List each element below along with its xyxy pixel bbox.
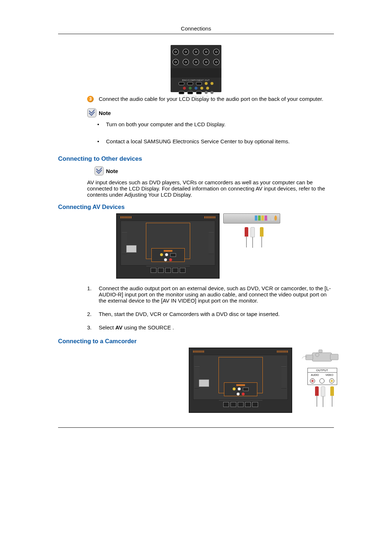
- svg-rect-3: [330, 354, 338, 360]
- note-block-2: Note: [94, 166, 334, 176]
- camcorder-graphic: [297, 348, 348, 364]
- video-label: VIDEO: [326, 374, 334, 376]
- footer-divider: [58, 427, 334, 428]
- header-divider: [58, 34, 334, 34]
- dvd-player-graphic: [223, 213, 280, 223]
- other-devices-paragraph: AV input devices such as DVD players, VC…: [87, 179, 334, 198]
- svg-rect-6: [319, 350, 322, 353]
- step-3-badge: 3: [87, 96, 94, 102]
- note-block-1: Note: [87, 108, 334, 118]
- av-step-2: Then, start the DVD, VCR or Camcorders w…: [87, 311, 334, 317]
- note-1-bullet-2: Contact a local SAMSUNG Electronics Serv…: [97, 138, 334, 144]
- audio-label: AUDIO: [311, 374, 319, 376]
- camcorder-output-card: OUTPUT AUDIO VIDEO: [307, 368, 337, 385]
- svg-rect-4: [306, 355, 313, 360]
- heading-other-devices: Connecting to Other devices: [58, 155, 334, 163]
- note-icon: [94, 166, 104, 176]
- note-1-bullet-1: Turn on both your computer and the LCD D…: [97, 121, 334, 127]
- note-label-2: Note: [106, 168, 118, 174]
- heading-av-devices: Connecting AV Devices: [58, 204, 334, 210]
- note-label-1: Note: [99, 110, 111, 116]
- av-step-1: Connect the audio output port on an exte…: [87, 285, 334, 304]
- note-1-bullets: Turn on both your computer and the LCD D…: [97, 121, 334, 144]
- bnc-in-label: BNC/COMPONENT IN: [171, 95, 221, 97]
- page-header: Connections: [58, 25, 334, 32]
- svg-point-5: [315, 353, 319, 357]
- rca-plugs-graphic: [245, 227, 264, 237]
- camcorder-figure: OUTPUT AUDIO VIDEO: [189, 348, 348, 413]
- av-steps-list: Connect the audio output port on an exte…: [87, 285, 334, 331]
- note-icon: [87, 108, 97, 118]
- heading-camcorder: Connecting to a Camcorder: [58, 338, 334, 345]
- output-label: OUTPUT: [308, 368, 337, 372]
- svg-rect-2: [312, 353, 332, 361]
- av-step-3: Select AV using the SOURCE .: [87, 324, 334, 331]
- rca-plugs-graphic: [315, 386, 334, 397]
- av-devices-figure: [116, 213, 276, 279]
- bnc-port-panel-figure: BNC/COMPONENT OUT BNC/COMPONENT IN: [171, 45, 221, 92]
